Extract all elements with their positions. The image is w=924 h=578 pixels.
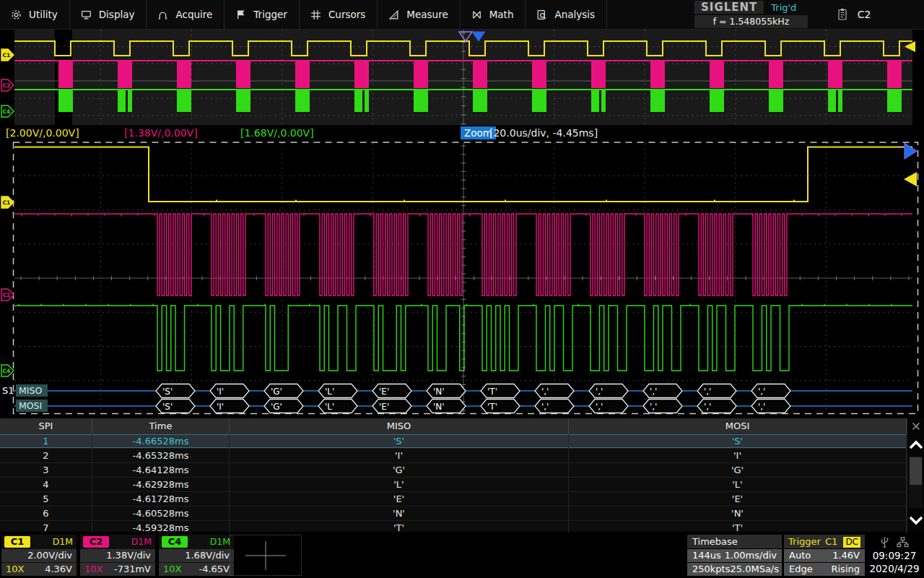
measure-icon <box>388 9 400 21</box>
trigger-title: Trigger <box>788 536 821 547</box>
mosi-cell: 'L' <box>569 478 907 491</box>
miso-cell: 'I' <box>230 449 569 462</box>
menu-item-label: Cursors <box>328 9 365 20</box>
gear-icon <box>10 9 22 21</box>
decode-byte-bubble: ',' <box>535 384 574 398</box>
c4-channel-marker[interactable]: C4 <box>1 105 14 117</box>
math-icon <box>471 9 483 21</box>
scroll-up-button[interactable] <box>907 436 924 454</box>
svg-text:'N': 'N' <box>433 387 445 397</box>
decode-byte-bubble: ',' <box>697 400 736 413</box>
table-row[interactable]: 6-4.60528ms'N''N' <box>0 506 907 521</box>
decode-byte-bubble: 'T' <box>481 384 520 398</box>
spi-index-cell: 5 <box>0 492 92 506</box>
table-close-button[interactable] <box>907 418 924 434</box>
menu-item-label: Display <box>99 9 135 20</box>
spi-index-cell: 3 <box>0 463 92 477</box>
clipboard-channel-widget[interactable]: C2 <box>825 0 883 29</box>
time-cell: -4.61728ms <box>92 492 230 506</box>
menu-item-acquire[interactable]: Acquire <box>147 0 225 29</box>
decode-byte-bubble: 'S' <box>156 384 195 398</box>
mosi-cell: 'G' <box>569 463 907 477</box>
timebase-points: 250kpts <box>692 563 730 576</box>
svg-text:'T': 'T' <box>487 402 497 412</box>
trigger-frequency-readout: f = 1.548055kHz <box>694 15 808 28</box>
miso-cell: 'S' <box>230 434 569 448</box>
decode-byte-bubble: 'N' <box>427 400 466 413</box>
table-row[interactable]: 4-4.62928ms'L''L' <box>0 478 907 492</box>
svg-text:'G': 'G' <box>271 402 282 412</box>
add-channel-button[interactable] <box>230 535 302 576</box>
acquire-icon <box>157 9 169 21</box>
c1-channel-marker[interactable]: C1 <box>1 49 14 61</box>
decode-byte-bubble: 'G' <box>264 384 303 398</box>
table-row[interactable]: 3-4.64128ms'G''G' <box>0 463 907 478</box>
table-row[interactable]: 2-4.65328ms'I''I' <box>0 449 907 463</box>
timebase-panel[interactable]: Timebase 144us 1.00ms/div 250kpts 25.0MS… <box>687 535 782 576</box>
channel-badge: C2 <box>83 536 109 548</box>
channel-descriptor-c4[interactable]: C4D1M1.68V/div10X-4.65V <box>159 535 234 576</box>
trigger-type: Edge <box>789 563 813 576</box>
c4-channel-marker[interactable]: C4 <box>1 365 14 376</box>
channel-coupling: D1M <box>53 536 73 547</box>
miso-cell: 'L' <box>230 478 569 491</box>
trigger-status-badge: Trig'd <box>771 2 796 13</box>
svg-text:'I': 'I' <box>217 402 224 412</box>
menu-item-utility[interactable]: Utility <box>0 0 70 29</box>
table-row[interactable]: 1-4.66528ms'S''S' <box>0 434 907 449</box>
svg-text:',': ',' <box>596 387 603 397</box>
scrollbar-thumb[interactable] <box>910 457 922 485</box>
c1-channel-marker[interactable]: C1 <box>1 197 14 208</box>
scrollbar-track[interactable] <box>909 456 923 508</box>
svg-text:',': ',' <box>758 387 765 397</box>
decode-byte-bubble: 'G' <box>264 400 303 413</box>
channel-offset: 4.36V <box>45 563 72 576</box>
decode-byte-bubble: ',' <box>643 400 682 413</box>
svg-text:C1: C1 <box>3 199 11 206</box>
timebase-scale: 1.00ms/div <box>725 549 777 562</box>
trigger-source: C1 <box>825 536 837 547</box>
clock-time: 09:09:27 <box>866 549 923 562</box>
channel-descriptor-c2[interactable]: C2D1M1.38V/div10X-731mV <box>80 535 155 576</box>
trigger-panel[interactable]: Trigger C1 DC Auto 1.46V Edge Rising <box>784 535 865 576</box>
trigger-position-marker-zoom[interactable] <box>905 143 917 159</box>
trigger-level-marker-zoom[interactable] <box>904 172 917 186</box>
channel-descriptor-c1[interactable]: C1D1M2.00V/div10X4.36V <box>1 535 77 576</box>
menu-item-analysis[interactable]: Analysis <box>526 0 607 29</box>
cursors-icon <box>310 9 322 21</box>
scale-label-row: [2.00V/,0.00V] [1.38V/,0.00V] [1.68V/,0.… <box>0 126 924 141</box>
miso-cell: 'E' <box>230 492 569 506</box>
main-waveform-strip: C1C2C4 <box>0 30 924 125</box>
decode-byte-bubble: 'E' <box>372 400 411 413</box>
mosi-cell: 'S' <box>569 434 907 448</box>
table-row[interactable]: 5-4.61728ms'E''E' <box>0 492 907 506</box>
spi-index-cell: 2 <box>0 449 92 462</box>
decode-byte-bubble: ',' <box>535 400 574 413</box>
decode-byte-bubble: 'I' <box>210 400 249 413</box>
menu-item-display[interactable]: Display <box>70 0 147 29</box>
decode-byte-bubble: 'T' <box>481 400 520 413</box>
svg-text:'T': 'T' <box>487 387 497 397</box>
svg-text:'I': 'I' <box>217 387 224 397</box>
time-cell: -4.64128ms <box>92 463 230 477</box>
svg-text:C4: C4 <box>3 108 11 115</box>
c2-channel-marker[interactable]: C2 <box>1 79 14 91</box>
menu-item-label: Acquire <box>175 9 212 20</box>
svg-text:C2: C2 <box>3 292 11 298</box>
menu-item-label: Math <box>489 9 514 20</box>
mosi-cell: 'N' <box>569 506 907 520</box>
menu-item-measure[interactable]: Measure <box>378 0 460 29</box>
svg-text:'E': 'E' <box>379 387 389 397</box>
menu-item-label: Utility <box>29 9 58 20</box>
c2-channel-marker[interactable]: C2 <box>1 289 14 301</box>
scroll-down-button[interactable] <box>907 511 924 530</box>
timebase-samplerate: 25.0MSa/s <box>730 563 779 576</box>
svg-text:'E': 'E' <box>379 402 389 412</box>
usb-icon <box>880 536 889 548</box>
menu-item-math[interactable]: Math <box>461 0 526 29</box>
channel-scale: 2.00V/div <box>1 549 77 562</box>
mosi-cell: 'E' <box>569 492 907 506</box>
menu-item-trigger[interactable]: Trigger <box>225 0 300 29</box>
menu-item-cursors[interactable]: Cursors <box>300 0 378 29</box>
trigger-coupling-badge: DC <box>843 537 860 548</box>
